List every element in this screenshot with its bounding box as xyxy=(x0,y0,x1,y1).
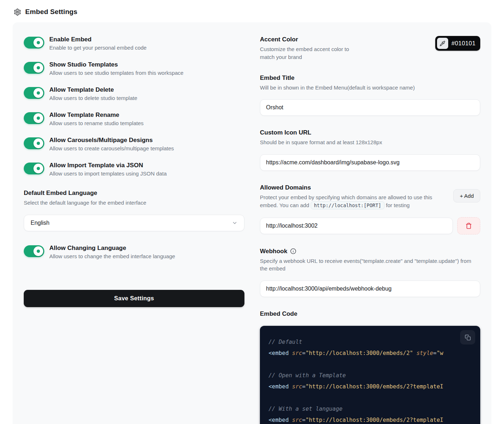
chevron-down-icon xyxy=(232,220,238,226)
toggle-description: Allow users to rename studio templates xyxy=(49,120,144,126)
default-language-description: Select the default language for the embe… xyxy=(24,199,244,207)
embed-settings-panel: Enable Embed Enable to get your personal… xyxy=(13,22,491,424)
code-line xyxy=(269,359,480,370)
code-lines: // Default<embed src="http://localhost:3… xyxy=(269,337,480,424)
eyedropper-icon[interactable] xyxy=(437,38,448,49)
custom-icon-url-description: Should be in square format and at least … xyxy=(260,138,480,146)
toggle-description: Enable to get your personal embed code xyxy=(49,45,147,51)
language-select[interactable]: English xyxy=(24,215,244,231)
toggle-knob xyxy=(33,138,43,148)
accent-color-label: Accent Color xyxy=(260,36,364,43)
save-settings-button[interactable]: Save Settings xyxy=(24,290,244,307)
embed-title-input[interactable] xyxy=(260,99,480,116)
embed-code-section: Embed Code // Default<embed src="http://… xyxy=(260,310,480,424)
toggle-label: Allow Template Delete xyxy=(49,86,137,94)
page-header: Embed Settings xyxy=(0,0,504,22)
toggle-knob xyxy=(33,113,43,123)
allowed-domains-section: Allowed Domains Protect your embed by sp… xyxy=(260,184,480,234)
code-line: <embed src="http://localhost:3000/embeds… xyxy=(269,381,480,392)
toggle-row-allow-template-delete: Allow Template Delete Allow users to del… xyxy=(24,86,244,101)
info-icon[interactable] xyxy=(290,248,296,254)
toggle-row-allow-template-rename: Allow Template Rename Allow users to ren… xyxy=(24,111,244,126)
accent-color-description: Customize the embed accent color to matc… xyxy=(260,45,364,61)
settings-left-column: Enable Embed Enable to get your personal… xyxy=(24,36,244,424)
copy-code-button[interactable] xyxy=(460,330,475,345)
code-line: <embed src="http://localhost:3000/embeds… xyxy=(269,348,480,359)
enable-embed-toggle[interactable] xyxy=(24,37,44,49)
code-line: // Default xyxy=(269,337,480,348)
code-line: <embed src="http://localhost:3000/embeds… xyxy=(269,415,480,424)
webhook-description: Specify a webhook URL to receive events(… xyxy=(260,257,477,273)
toggle-row-allow-import-json: Allow Import Template via JSON Allow use… xyxy=(24,162,244,177)
webhook-section: Webhook Specify a webhook URL to receive… xyxy=(260,248,480,297)
show-studio-templates-toggle[interactable] xyxy=(24,62,44,74)
toggle-knob xyxy=(33,63,43,73)
custom-icon-url-input[interactable] xyxy=(260,154,480,171)
allow-template-rename-toggle[interactable] xyxy=(24,112,44,124)
toggle-row-enable-embed: Enable Embed Enable to get your personal… xyxy=(24,36,244,51)
allowed-domains-label: Allowed Domains xyxy=(260,184,447,191)
trash-icon xyxy=(465,223,472,229)
page-title: Embed Settings xyxy=(25,8,77,16)
toggle-label: Allow Import Template via JSON xyxy=(49,162,167,169)
toggle-label: Enable Embed xyxy=(49,36,147,43)
delete-domain-button[interactable] xyxy=(457,217,480,234)
toggle-description: Allow users to import templates using JS… xyxy=(49,170,167,177)
allow-template-delete-toggle[interactable] xyxy=(24,87,44,99)
domain-entry-row xyxy=(260,217,480,234)
toggle-label: Show Studio Templates xyxy=(49,61,184,68)
toggle-label: Allow Changing Language xyxy=(49,245,175,252)
settings-gear-icon xyxy=(14,8,21,16)
allow-import-json-toggle[interactable] xyxy=(24,163,44,174)
allow-changing-language-toggle[interactable] xyxy=(24,245,44,257)
toggle-row-show-studio-templates: Show Studio Templates Allow users to see… xyxy=(24,61,244,76)
embed-title-description: Will be in shown in the Embed Menu(defau… xyxy=(260,84,480,92)
toggle-row-allow-carousels: Allow Carousels/Multipage Designs Allow … xyxy=(24,137,244,151)
toggle-description: Allow users to change the embed interfac… xyxy=(49,253,175,259)
webhook-url-input[interactable] xyxy=(260,281,480,297)
embed-code-label: Embed Code xyxy=(260,310,480,318)
custom-icon-url-label: Custom Icon URL xyxy=(260,129,480,136)
accent-color-hex-value: #010101 xyxy=(451,40,476,47)
copy-icon xyxy=(465,334,471,341)
toggle-description: Allow users to see studio templates from… xyxy=(49,70,184,76)
accent-color-section: Accent Color Customize the embed accent … xyxy=(260,36,480,61)
add-domain-button[interactable]: + Add xyxy=(453,189,480,202)
code-line: // With a set language xyxy=(269,404,480,415)
allowed-domains-description: Protect your embed by specifying which d… xyxy=(260,193,447,209)
toggle-label: Allow Template Rename xyxy=(49,111,144,119)
toggle-label: Allow Carousels/Multipage Designs xyxy=(49,137,174,144)
toggle-description: Allow users to delete studio template xyxy=(49,95,137,101)
default-language-label: Default Embed Language xyxy=(24,190,244,197)
embed-code-block: // Default<embed src="http://localhost:3… xyxy=(260,326,480,424)
toggle-row-allow-changing-language: Allow Changing Language Allow users to c… xyxy=(24,245,244,259)
settings-right-column: Accent Color Customize the embed accent … xyxy=(260,36,480,424)
language-selected-value: English xyxy=(31,220,49,226)
toggle-knob xyxy=(33,246,43,256)
custom-icon-url-section: Custom Icon URL Should be in square form… xyxy=(260,129,480,171)
accent-color-picker[interactable]: #010101 xyxy=(435,36,480,51)
code-line: // Open with a Template xyxy=(269,370,480,381)
toggle-knob xyxy=(33,88,43,98)
allow-carousels-toggle[interactable] xyxy=(24,137,44,149)
toggle-knob xyxy=(33,38,43,47)
code-line xyxy=(269,392,480,404)
embed-title-label: Embed Title xyxy=(260,74,480,82)
default-language-section: Default Embed Language Select the defaul… xyxy=(24,190,244,231)
toggle-knob xyxy=(33,164,43,173)
localhost-port-chip: http://localhost:[PORT] xyxy=(311,201,384,209)
toggle-description: Allow users to create carousels/multipag… xyxy=(49,145,174,151)
embed-title-section: Embed Title Will be in shown in the Embe… xyxy=(260,74,480,116)
domain-input[interactable] xyxy=(260,218,453,234)
webhook-label: Webhook xyxy=(260,248,287,255)
